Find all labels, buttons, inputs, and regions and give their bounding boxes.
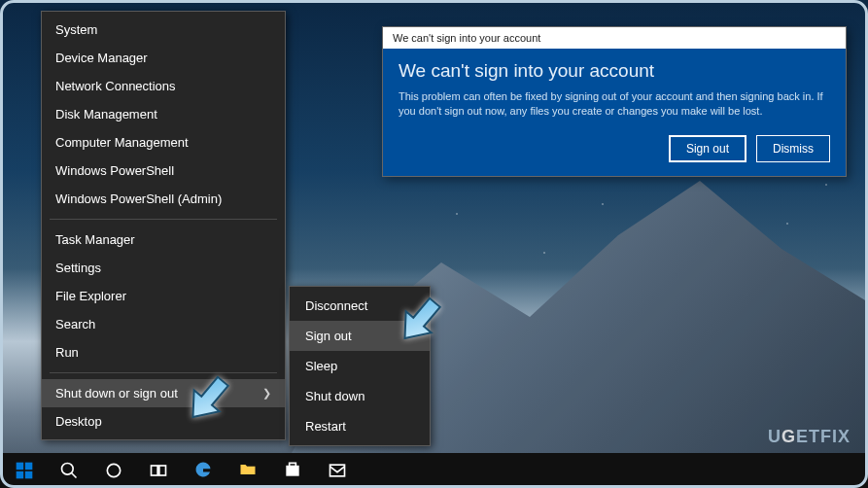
menu-item-computer-management[interactable]: Computer Management — [42, 128, 285, 157]
start-button[interactable] — [2, 453, 47, 488]
search-taskbar-button[interactable] — [47, 453, 91, 488]
search-icon — [59, 461, 79, 480]
svg-rect-11 — [330, 465, 345, 476]
store-icon — [283, 460, 302, 479]
dismiss-button[interactable]: Dismiss — [756, 135, 830, 162]
dialog-titlebar: We can't sign into your account — [383, 27, 846, 49]
task-view-button[interactable] — [136, 453, 181, 488]
svg-point-4 — [62, 464, 74, 475]
menu-item-settings[interactable]: Settings — [42, 254, 285, 282]
submenu-item-shutdown[interactable]: Shut down — [290, 381, 430, 411]
signin-error-dialog: We can't sign into your account We can't… — [382, 26, 847, 177]
shutdown-submenu: Disconnect Sign out Sleep Shut down Rest… — [289, 286, 431, 446]
menu-item-powershell[interactable]: Windows PowerShell — [42, 157, 285, 185]
svg-point-6 — [107, 464, 120, 476]
cortana-button[interactable] — [91, 453, 136, 488]
watermark: UGETFIX — [768, 427, 851, 447]
windows-logo-icon — [15, 461, 34, 480]
svg-rect-0 — [17, 463, 24, 471]
task-view-icon — [149, 461, 168, 480]
menu-item-search[interactable]: Search — [42, 310, 285, 338]
menu-item-run[interactable]: Run — [42, 338, 285, 366]
svg-rect-8 — [159, 466, 166, 475]
folder-icon — [238, 460, 258, 479]
menu-item-shutdown-signout[interactable]: Shut down or sign out ❯ — [42, 379, 285, 407]
mail-icon — [328, 461, 347, 480]
submenu-item-restart[interactable]: Restart — [290, 411, 430, 441]
menu-item-system[interactable]: System — [42, 16, 285, 44]
menu-item-device-manager[interactable]: Device Manager — [42, 44, 285, 72]
menu-item-powershell-admin[interactable]: Windows PowerShell (Admin) — [42, 185, 285, 213]
chevron-right-icon: ❯ — [262, 387, 271, 400]
menu-item-network-connections[interactable]: Network Connections — [42, 72, 285, 100]
taskbar — [0, 453, 868, 488]
svg-rect-1 — [25, 463, 33, 471]
menu-item-disk-management[interactable]: Disk Management — [42, 100, 285, 128]
submenu-item-disconnect[interactable]: Disconnect — [290, 291, 430, 321]
edge-taskbar-button[interactable] — [181, 453, 226, 488]
menu-item-desktop[interactable]: Desktop — [42, 407, 285, 436]
cortana-icon — [104, 461, 123, 480]
winx-context-menu: System Device Manager Network Connection… — [41, 11, 286, 440]
svg-line-5 — [72, 473, 77, 478]
svg-rect-3 — [25, 471, 33, 479]
svg-rect-7 — [152, 466, 158, 475]
menu-item-label: Shut down or sign out — [55, 386, 178, 401]
dialog-body-text: This problem can often be fixed by signi… — [399, 89, 830, 120]
submenu-item-sleep[interactable]: Sleep — [290, 351, 430, 381]
file-explorer-taskbar-button[interactable] — [226, 453, 270, 488]
svg-rect-2 — [17, 471, 24, 479]
menu-item-task-manager[interactable]: Task Manager — [42, 226, 285, 254]
edge-icon — [193, 460, 213, 479]
mail-taskbar-button[interactable] — [315, 453, 360, 488]
svg-rect-10 — [290, 463, 296, 466]
sign-out-button[interactable]: Sign out — [669, 135, 746, 162]
menu-item-file-explorer[interactable]: File Explorer — [42, 282, 285, 310]
submenu-item-signout[interactable]: Sign out — [290, 321, 430, 351]
dialog-heading: We can't sign into your account — [399, 60, 830, 82]
store-taskbar-button[interactable] — [270, 453, 315, 488]
